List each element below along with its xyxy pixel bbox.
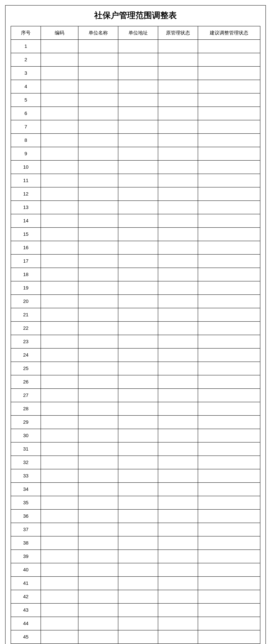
cell-code — [41, 214, 78, 228]
cell-seq: 8 — [11, 134, 41, 147]
cell-code — [41, 510, 78, 523]
table-row: 11 — [11, 174, 260, 187]
cell-orig-status — [158, 617, 198, 630]
cell-code — [41, 362, 78, 375]
cell-orig-status — [158, 254, 198, 268]
cell-code — [41, 80, 78, 93]
cell-unit-name — [78, 53, 118, 66]
table-row: 32 — [11, 456, 260, 469]
cell-code — [41, 134, 78, 147]
cell-unit-addr — [118, 510, 158, 523]
table-row: 13 — [11, 201, 260, 214]
table-row: 31 — [11, 442, 260, 456]
cell-orig-status — [158, 241, 198, 254]
cell-seq: 12 — [11, 187, 41, 201]
cell-orig-status — [158, 523, 198, 536]
cell-unit-addr — [118, 228, 158, 241]
cell-unit-addr — [118, 335, 158, 348]
cell-unit-addr — [118, 442, 158, 456]
cell-unit-addr — [118, 134, 158, 147]
cell-unit-addr — [118, 550, 158, 563]
cell-unit-name — [78, 66, 118, 80]
cell-suggest-status — [198, 510, 260, 523]
table-row: 16 — [11, 241, 260, 254]
col-header-suggest-status: 建议调整管理状态 — [198, 26, 260, 40]
cell-unit-addr — [118, 174, 158, 187]
cell-code — [41, 40, 78, 53]
cell-seq: 36 — [11, 510, 41, 523]
cell-unit-name — [78, 335, 118, 348]
cell-suggest-status — [198, 348, 260, 362]
cell-orig-status — [158, 416, 198, 429]
cell-code — [41, 630, 78, 644]
col-header-orig-status: 原管理状态 — [158, 26, 198, 40]
col-header-seq: 序号 — [11, 26, 41, 40]
cell-seq: 33 — [11, 469, 41, 482]
cell-suggest-status — [198, 416, 260, 429]
cell-seq: 38 — [11, 536, 41, 550]
table-wrapper: 序号 编码 单位名称 单位地址 原管理状态 建议调整管理状态 123456789… — [5, 26, 266, 644]
table-row: 29 — [11, 416, 260, 429]
cell-seq: 15 — [11, 228, 41, 241]
table-header-row: 序号 编码 单位名称 单位地址 原管理状态 建议调整管理状态 — [11, 26, 260, 40]
table-row: 15 — [11, 228, 260, 241]
table-row: 30 — [11, 429, 260, 442]
cell-unit-addr — [118, 120, 158, 134]
cell-suggest-status — [198, 402, 260, 416]
cell-unit-name — [78, 630, 118, 644]
cell-unit-name — [78, 268, 118, 281]
cell-code — [41, 335, 78, 348]
table-row: 14 — [11, 214, 260, 228]
cell-code — [41, 254, 78, 268]
cell-code — [41, 348, 78, 362]
cell-suggest-status — [198, 228, 260, 241]
cell-orig-status — [158, 482, 198, 496]
page-container: 社保户管理范围调整表 序号 编码 单位名称 单位地址 原管理状态 建议调整管理状… — [5, 5, 266, 644]
cell-unit-addr — [118, 107, 158, 120]
table-row: 45 — [11, 630, 260, 644]
table-row: 42 — [11, 590, 260, 604]
cell-unit-name — [78, 416, 118, 429]
cell-seq: 40 — [11, 563, 41, 576]
cell-unit-name — [78, 120, 118, 134]
cell-suggest-status — [198, 469, 260, 482]
cell-suggest-status — [198, 536, 260, 550]
cell-unit-name — [78, 187, 118, 201]
cell-orig-status — [158, 375, 198, 388]
cell-seq: 32 — [11, 456, 41, 469]
table-row: 10 — [11, 160, 260, 174]
cell-code — [41, 201, 78, 214]
cell-unit-addr — [118, 536, 158, 550]
cell-unit-name — [78, 160, 118, 174]
cell-suggest-status — [198, 147, 260, 160]
cell-code — [41, 228, 78, 241]
cell-unit-name — [78, 496, 118, 510]
cell-orig-status — [158, 469, 198, 482]
cell-orig-status — [158, 536, 198, 550]
cell-orig-status — [158, 442, 198, 456]
cell-seq: 20 — [11, 295, 41, 308]
cell-unit-addr — [118, 617, 158, 630]
cell-orig-status — [158, 362, 198, 375]
cell-suggest-status — [198, 93, 260, 107]
cell-suggest-status — [198, 576, 260, 590]
cell-unit-name — [78, 308, 118, 322]
cell-unit-name — [78, 281, 118, 295]
cell-code — [41, 174, 78, 187]
cell-unit-addr — [118, 402, 158, 416]
table-row: 43 — [11, 604, 260, 617]
cell-code — [41, 120, 78, 134]
cell-code — [41, 281, 78, 295]
cell-unit-name — [78, 604, 118, 617]
cell-seq: 34 — [11, 482, 41, 496]
cell-suggest-status — [198, 335, 260, 348]
cell-orig-status — [158, 228, 198, 241]
adjustment-table: 序号 编码 单位名称 单位地址 原管理状态 建议调整管理状态 123456789… — [11, 26, 260, 644]
table-row: 2 — [11, 53, 260, 66]
cell-code — [41, 429, 78, 442]
cell-unit-name — [78, 134, 118, 147]
cell-suggest-status — [198, 604, 260, 617]
cell-unit-addr — [118, 348, 158, 362]
cell-suggest-status — [198, 120, 260, 134]
cell-orig-status — [158, 201, 198, 214]
